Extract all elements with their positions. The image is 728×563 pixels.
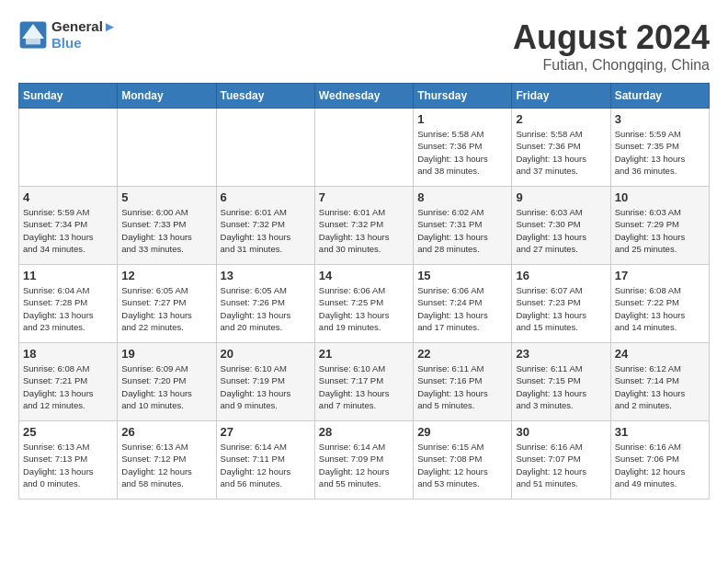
- day-number: 16: [516, 269, 606, 282]
- calendar-cell: 6Sunrise: 6:01 AM Sunset: 7:32 PM Daylig…: [216, 187, 314, 265]
- col-header-monday: Monday: [118, 84, 216, 109]
- day-info: Sunrise: 6:08 AM Sunset: 7:22 PM Dayligh…: [615, 284, 705, 333]
- calendar-cell: 12Sunrise: 6:05 AM Sunset: 7:27 PM Dayli…: [118, 265, 216, 343]
- calendar-cell: 29Sunrise: 6:15 AM Sunset: 7:08 PM Dayli…: [414, 421, 512, 500]
- day-info: Sunrise: 6:16 AM Sunset: 7:06 PM Dayligh…: [615, 441, 705, 489]
- calendar-header-row: SundayMondayTuesdayWednesdayThursdayFrid…: [19, 84, 710, 109]
- calendar-cell: 4Sunrise: 5:59 AM Sunset: 7:34 PM Daylig…: [19, 187, 118, 265]
- week-row-4: 18Sunrise: 6:08 AM Sunset: 7:21 PM Dayli…: [19, 343, 710, 421]
- svg-rect-2: [26, 39, 40, 44]
- calendar-cell: 21Sunrise: 6:10 AM Sunset: 7:17 PM Dayli…: [314, 343, 413, 421]
- day-info: Sunrise: 5:59 AM Sunset: 7:34 PM Dayligh…: [23, 206, 113, 255]
- day-info: Sunrise: 6:11 AM Sunset: 7:15 PM Dayligh…: [516, 362, 606, 411]
- calendar-cell: 16Sunrise: 6:07 AM Sunset: 7:23 PM Dayli…: [512, 265, 610, 343]
- day-info: Sunrise: 6:05 AM Sunset: 7:27 PM Dayligh…: [121, 284, 211, 333]
- day-info: Sunrise: 6:03 AM Sunset: 7:29 PM Dayligh…: [615, 206, 705, 255]
- day-number: 17: [615, 269, 705, 282]
- calendar-cell: 10Sunrise: 6:03 AM Sunset: 7:29 PM Dayli…: [610, 187, 709, 265]
- day-number: 6: [221, 190, 311, 204]
- day-info: Sunrise: 6:03 AM Sunset: 7:30 PM Dayligh…: [516, 206, 606, 255]
- calendar-cell: 15Sunrise: 6:06 AM Sunset: 7:24 PM Dayli…: [414, 265, 512, 343]
- day-info: Sunrise: 6:13 AM Sunset: 7:13 PM Dayligh…: [23, 441, 113, 489]
- week-row-1: 1Sunrise: 5:58 AM Sunset: 7:36 PM Daylig…: [19, 109, 710, 187]
- col-header-saturday: Saturday: [610, 84, 709, 109]
- calendar-cell: 9Sunrise: 6:03 AM Sunset: 7:30 PM Daylig…: [512, 187, 610, 265]
- week-row-3: 11Sunrise: 6:04 AM Sunset: 7:28 PM Dayli…: [19, 265, 710, 343]
- day-info: Sunrise: 6:06 AM Sunset: 7:24 PM Dayligh…: [417, 284, 507, 333]
- calendar-cell: 27Sunrise: 6:14 AM Sunset: 7:11 PM Dayli…: [216, 421, 314, 500]
- calendar-cell: 1Sunrise: 5:58 AM Sunset: 7:36 PM Daylig…: [414, 109, 512, 187]
- calendar-cell: 22Sunrise: 6:11 AM Sunset: 7:16 PM Dayli…: [414, 343, 512, 421]
- day-number: 22: [417, 347, 507, 361]
- day-number: 1: [417, 112, 507, 126]
- calendar-cell: 31Sunrise: 6:16 AM Sunset: 7:06 PM Dayli…: [610, 421, 709, 500]
- day-number: 29: [417, 425, 507, 439]
- col-header-tuesday: Tuesday: [216, 84, 314, 109]
- calendar-cell: 14Sunrise: 6:06 AM Sunset: 7:25 PM Dayli…: [314, 265, 413, 343]
- calendar-cell: 25Sunrise: 6:13 AM Sunset: 7:13 PM Dayli…: [19, 421, 118, 500]
- calendar-cell: 2Sunrise: 5:58 AM Sunset: 7:36 PM Daylig…: [512, 109, 610, 187]
- day-number: 4: [23, 190, 113, 204]
- calendar-cell: 13Sunrise: 6:05 AM Sunset: 7:26 PM Dayli…: [216, 265, 314, 343]
- day-info: Sunrise: 6:14 AM Sunset: 7:09 PM Dayligh…: [319, 441, 409, 489]
- day-info: Sunrise: 6:05 AM Sunset: 7:26 PM Dayligh…: [221, 284, 311, 333]
- week-row-2: 4Sunrise: 5:59 AM Sunset: 7:34 PM Daylig…: [19, 187, 710, 265]
- day-info: Sunrise: 6:06 AM Sunset: 7:25 PM Dayligh…: [319, 284, 409, 333]
- calendar-cell: 5Sunrise: 6:00 AM Sunset: 7:33 PM Daylig…: [118, 187, 216, 265]
- day-info: Sunrise: 6:10 AM Sunset: 7:17 PM Dayligh…: [319, 362, 409, 411]
- day-info: Sunrise: 6:13 AM Sunset: 7:12 PM Dayligh…: [121, 441, 211, 489]
- day-number: 25: [23, 425, 113, 439]
- day-info: Sunrise: 5:59 AM Sunset: 7:35 PM Dayligh…: [615, 128, 705, 177]
- calendar-body: 1Sunrise: 5:58 AM Sunset: 7:36 PM Daylig…: [19, 109, 710, 500]
- day-info: Sunrise: 6:01 AM Sunset: 7:32 PM Dayligh…: [319, 206, 409, 255]
- calendar-cell: 19Sunrise: 6:09 AM Sunset: 7:20 PM Dayli…: [118, 343, 216, 421]
- calendar-cell: 26Sunrise: 6:13 AM Sunset: 7:12 PM Dayli…: [118, 421, 216, 500]
- calendar-cell: [118, 109, 216, 187]
- day-number: 19: [121, 347, 211, 361]
- day-number: 18: [23, 347, 113, 361]
- day-number: 24: [615, 347, 705, 361]
- day-info: Sunrise: 6:01 AM Sunset: 7:32 PM Dayligh…: [221, 206, 311, 255]
- day-number: 21: [319, 347, 409, 361]
- calendar-cell: 30Sunrise: 6:16 AM Sunset: 7:07 PM Dayli…: [512, 421, 610, 500]
- day-number: 28: [319, 425, 409, 439]
- day-info: Sunrise: 6:04 AM Sunset: 7:28 PM Dayligh…: [23, 284, 113, 333]
- col-header-thursday: Thursday: [414, 84, 512, 109]
- header: General► Blue August 2024 Futian, Chongq…: [18, 18, 710, 74]
- calendar-cell: 7Sunrise: 6:01 AM Sunset: 7:32 PM Daylig…: [314, 187, 413, 265]
- main-title: August 2024: [513, 18, 710, 57]
- logo-blue: Blue: [51, 35, 117, 52]
- calendar-cell: 11Sunrise: 6:04 AM Sunset: 7:28 PM Dayli…: [19, 265, 118, 343]
- day-number: 27: [221, 425, 311, 439]
- calendar-cell: 24Sunrise: 6:12 AM Sunset: 7:14 PM Dayli…: [610, 343, 709, 421]
- week-row-5: 25Sunrise: 6:13 AM Sunset: 7:13 PM Dayli…: [19, 421, 710, 500]
- calendar-cell: 3Sunrise: 5:59 AM Sunset: 7:35 PM Daylig…: [610, 109, 709, 187]
- calendar-cell: [314, 109, 413, 187]
- day-info: Sunrise: 6:15 AM Sunset: 7:08 PM Dayligh…: [417, 441, 507, 489]
- day-info: Sunrise: 6:09 AM Sunset: 7:20 PM Dayligh…: [121, 362, 211, 411]
- day-number: 23: [516, 347, 606, 361]
- calendar-cell: 17Sunrise: 6:08 AM Sunset: 7:22 PM Dayli…: [610, 265, 709, 343]
- day-number: 5: [121, 190, 211, 204]
- calendar-cell: [216, 109, 314, 187]
- logo-icon: [18, 20, 48, 50]
- day-number: 26: [121, 425, 211, 439]
- logo: General► Blue: [18, 18, 117, 52]
- day-info: Sunrise: 6:00 AM Sunset: 7:33 PM Dayligh…: [121, 206, 211, 255]
- day-number: 11: [23, 269, 113, 282]
- day-info: Sunrise: 6:02 AM Sunset: 7:31 PM Dayligh…: [417, 206, 507, 255]
- day-number: 10: [615, 190, 705, 204]
- day-info: Sunrise: 5:58 AM Sunset: 7:36 PM Dayligh…: [516, 128, 606, 177]
- day-number: 31: [615, 425, 705, 439]
- day-number: 14: [319, 269, 409, 282]
- day-number: 3: [615, 112, 705, 126]
- col-header-wednesday: Wednesday: [314, 84, 413, 109]
- calendar-cell: [19, 109, 118, 187]
- day-number: 13: [221, 269, 311, 282]
- day-info: Sunrise: 6:07 AM Sunset: 7:23 PM Dayligh…: [516, 284, 606, 333]
- calendar-cell: 20Sunrise: 6:10 AM Sunset: 7:19 PM Dayli…: [216, 343, 314, 421]
- title-section: August 2024 Futian, Chongqing, China: [513, 18, 710, 74]
- day-number: 15: [417, 269, 507, 282]
- day-number: 12: [121, 269, 211, 282]
- day-info: Sunrise: 5:58 AM Sunset: 7:36 PM Dayligh…: [417, 128, 507, 177]
